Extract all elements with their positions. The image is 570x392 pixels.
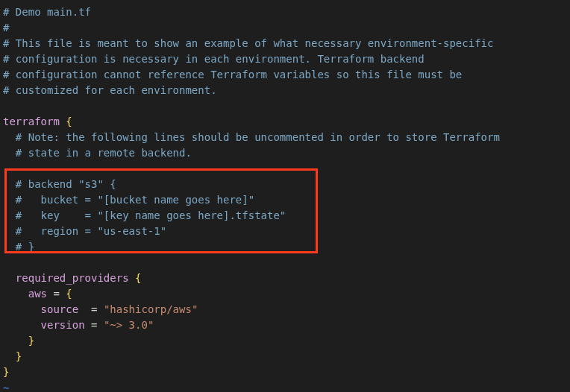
kw-version: version [41, 319, 85, 331]
backend-line: # } [16, 241, 34, 253]
backend-line: # backend "s3" { [16, 178, 116, 190]
comment-line: # [3, 22, 9, 34]
kw-required-providers: required_providers [16, 272, 129, 284]
comment-line: # This file is meant to show an example … [3, 37, 493, 49]
kw-aws: aws [28, 288, 47, 300]
comment-line: # customized for each environment. [3, 84, 217, 96]
brace-close: } [28, 335, 34, 347]
brace-open: { [66, 288, 72, 300]
comment-line: # state in a remote backend. [16, 147, 192, 159]
vim-tilde: ~ [3, 382, 9, 392]
comment-line: # Note: the following lines should be un… [16, 131, 500, 143]
kw-source: source [41, 303, 79, 315]
brace-open: { [66, 116, 72, 127]
brace-close: } [16, 350, 22, 362]
val-version: "~> 3.0" [104, 319, 154, 331]
comment-line: # configuration cannot reference Terrafo… [3, 69, 462, 80]
backend-line: # key = "[key name goes here].tfstate" [16, 209, 286, 221]
backend-line: # bucket = "[bucket name goes here]" [16, 194, 254, 206]
code-editor: # Demo main.tf # # This file is meant to… [0, 0, 570, 392]
brace-close: } [3, 366, 9, 378]
comment-line: # configuration is necessary in each env… [3, 53, 425, 65]
val-source: "hashicorp/aws" [104, 303, 198, 315]
eq: = [91, 319, 97, 331]
backend-line: # region = "us-east-1" [16, 225, 166, 237]
kw-terraform: terraform [3, 116, 60, 127]
eq: = [53, 288, 59, 300]
eq: = [91, 303, 97, 315]
comment-line: # Demo main.tf [3, 6, 91, 18]
brace-open: { [135, 272, 141, 284]
